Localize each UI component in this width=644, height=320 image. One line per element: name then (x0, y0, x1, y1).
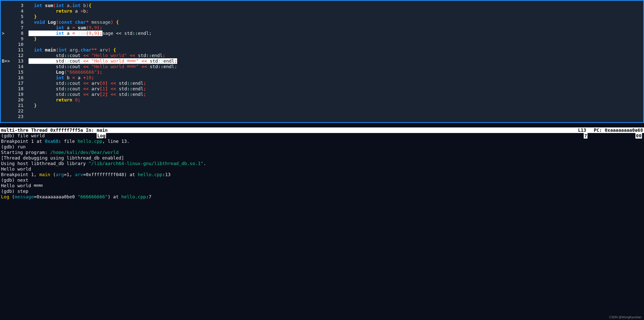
gdb-tail-marker: 7 (584, 133, 587, 139)
line-number: 11 (13, 47, 29, 53)
gdb-output-line: Starting program: /home/kali/dev/Bear/wo… (1, 150, 643, 155)
line-number: 3 (13, 3, 29, 8)
gdb-output-line: Log (message=0xaaaaaaaa0be0 "666666666")… (1, 194, 643, 200)
line-number: 21 (13, 103, 29, 108)
line-number: 10 (13, 42, 29, 47)
code-content: } (29, 103, 643, 108)
line-number: 16 (13, 75, 29, 81)
line-number: 9 (13, 36, 29, 42)
code-content: int a = sum(9,9);sage << std::endl; (29, 31, 643, 36)
code-line: 18 std::cout << arv[1] << std::endl; (1, 86, 643, 92)
code-line: B+>13 std::cout << "Hello world ෩෩" << s… (1, 58, 643, 64)
status-bar: multi-thre Thread 0xfffff7ff5a In: main … (0, 127, 644, 133)
gdb-output-line: (gdb) next (1, 177, 643, 183)
code-line: 23 (1, 114, 643, 119)
code-content: return 0; (29, 97, 643, 103)
watermark: CSDN @WongKyunban (609, 315, 641, 319)
code-line: 15 Log("666666666"); (1, 69, 643, 75)
gutter-mark (1, 8, 13, 14)
gdb-output-line: Hello world (1, 166, 643, 172)
line-number: 22 (13, 108, 29, 114)
code-content: return a +b; (29, 8, 643, 14)
gutter-mark (1, 97, 13, 103)
code-content: int a = sum(9,9); (29, 25, 643, 31)
code-content: std::cout << arv[0] << std::endl; (29, 81, 643, 86)
gdb-output-line: (gdb) step (1, 189, 643, 194)
code-content: std::cout << arv[2] << std::endl; (29, 92, 643, 97)
gutter-mark (1, 14, 13, 19)
gdb-output-line: Breakpoint 1 at 0xa68: file hello.cpp, l… (1, 139, 643, 144)
line-number: 20 (13, 97, 29, 103)
gutter-mark (1, 64, 13, 69)
gutter-mark (1, 3, 13, 8)
code-line: 22 (1, 108, 643, 114)
gutter-mark (1, 86, 13, 92)
gutter-mark (1, 114, 13, 119)
line-number: 18 (13, 86, 29, 92)
code-line: 6 void Log(const char* message) { (1, 19, 643, 25)
code-line: 19 std::cout << arv[2] << std::endl; (1, 92, 643, 97)
code-line: 9 } (1, 36, 643, 42)
gutter-mark (1, 25, 13, 31)
code-content (29, 108, 643, 114)
line-number: 6 (13, 19, 29, 25)
gdb-console-pane[interactable]: (gdb) file world Log700Breakpoint 1 at 0… (0, 133, 644, 200)
source-code-pane[interactable]: 3 int sum(int a,int b){4 return a +b;5 }… (0, 0, 644, 123)
gutter-mark (1, 92, 13, 97)
gutter-mark (1, 53, 13, 58)
code-line: 7 int a = sum(9,9); (1, 25, 643, 31)
gutter-mark (1, 47, 13, 53)
code-line: 16 int b = a +10; (1, 75, 643, 81)
gutter-mark (1, 108, 13, 114)
line-number: 23 (13, 114, 29, 119)
status-pc: PC: 0xaaaaaaaa0a68 (594, 127, 643, 133)
code-line: 5 } (1, 14, 643, 19)
code-content: int sum(int a,int b){ (29, 3, 643, 8)
line-number: 5 (13, 14, 29, 19)
line-number: 15 (13, 69, 29, 75)
code-content (29, 42, 643, 47)
code-content (29, 114, 643, 119)
line-number: 17 (13, 81, 29, 86)
code-line: 3 int sum(int a,int b){ (1, 3, 643, 8)
gdb-output-line: Breakpoint 1, main (arg=1, arv=0xfffffff… (1, 172, 643, 177)
code-content: } (29, 14, 643, 19)
line-number: 4 (13, 8, 29, 14)
code-line: 17 std::cout << arv[0] << std::endl; (1, 81, 643, 86)
gdb-output-line: Hello world ෩෩ (1, 183, 643, 189)
code-content: Log("666666666"); (29, 69, 643, 75)
gdb-output-line: [Thread debugging using libthread_db ena… (1, 155, 643, 161)
code-line: 11 int main(int arg,char** arv) { (1, 47, 643, 53)
gutter-mark (1, 19, 13, 25)
line-number: 12 (13, 53, 29, 58)
line-number: 7 (13, 25, 29, 31)
gutter-mark (1, 103, 13, 108)
code-content: void Log(const char* message) { (29, 19, 643, 25)
code-line: 12 std::cout << "Hello world" << std::en… (1, 53, 643, 58)
code-content: int main(int arg,char** arv) { (29, 47, 643, 53)
line-number: 13 (13, 58, 29, 64)
code-line: >8 int a = sum(9,9);sage << std::endl; (1, 31, 643, 36)
gutter-mark: B+> (1, 58, 13, 64)
code-line: 14 std::cout << "Hello world ෩෩" << std:… (1, 64, 643, 69)
line-number: 19 (13, 92, 29, 97)
status-line: L13 (578, 127, 586, 133)
gutter-mark (1, 36, 13, 42)
code-line: 4 return a +b; (1, 8, 643, 14)
code-content: } (29, 36, 643, 42)
status-thread-info: multi-thre Thread 0xfffff7ff5a In: main (1, 127, 578, 133)
code-content: int b = a +10; (29, 75, 643, 81)
gdb-output-line: (gdb) file world Log700 (1, 133, 643, 139)
code-line: 10 (1, 42, 643, 47)
gutter-mark (1, 81, 13, 86)
code-line: 21 } (1, 103, 643, 108)
gdb-output-line: (gdb) run (1, 144, 643, 150)
code-content: std::cout << arv[1] << std::endl; (29, 86, 643, 92)
code-content: std::cout << "Hello world ෩෩" << std::en… (29, 64, 643, 69)
code-content: std::cout << "Hello world ෩෩" << std::en… (29, 58, 643, 64)
gutter-mark (1, 42, 13, 47)
code-line: 20 return 0; (1, 97, 643, 103)
gdb-tail-marker: 00 (635, 133, 642, 139)
gutter-mark: > (1, 31, 13, 36)
gutter-mark (1, 69, 13, 75)
